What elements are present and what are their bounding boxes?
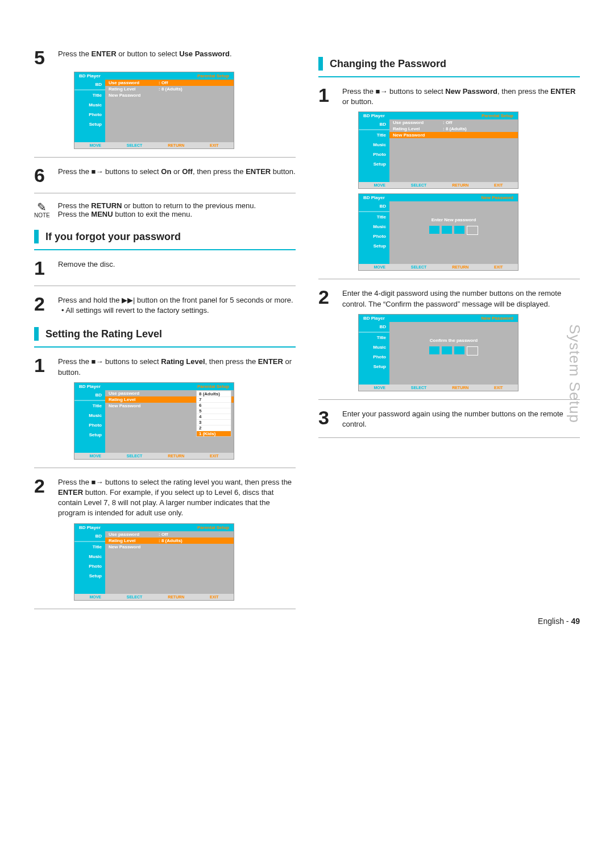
pencil-icon: ✎ (34, 201, 50, 213)
heading-bar-icon (34, 230, 39, 243)
change-step-1: 1 Press the ■→ buttons to select New Pas… (318, 85, 580, 107)
note-icon: ✎ NOTE (34, 201, 50, 218)
password-boxes (389, 226, 518, 235)
change-step-2: 2 Enter the 4-digit password using the n… (318, 287, 580, 309)
rating-step-1: 1 Press the ■→ buttons to select Rating … (34, 356, 296, 377)
heading-bar-icon (34, 327, 39, 341)
step-number: 5 (34, 48, 50, 67)
rating-dropdown: 8 (Adults) 7 6 5 4 3 2 1 (Kids) (196, 390, 231, 437)
right-column: Changing the Password 1 Press the ■→ but… (318, 46, 580, 617)
step-5: 5 Press the ENTER or button to select Us… (34, 48, 296, 67)
heading-rating-level: Setting the Rating Level (34, 327, 296, 341)
step-text: Press the ■→ buttons to select On or Off… (58, 166, 296, 185)
osd-new-password-row: BD PlayerParental Setup BD Title Music P… (358, 111, 518, 189)
change-step-3: 3 Enter your password again using the nu… (318, 408, 580, 429)
osd-rating-highlight: BD PlayerParental Setup BD Title Music P… (74, 523, 234, 601)
manual-page: System Setup 5 Press the ENTER or button… (0, 0, 614, 640)
stop-right-icon: ■→ (376, 87, 388, 96)
note-block: ✎ NOTE Press the RETURN or button to ret… (34, 201, 296, 218)
password-boxes (389, 346, 518, 356)
skip-icon: ▶▶| (122, 296, 135, 304)
osd-rating-dropdown: BD PlayerParental Setup BD Title Music P… (74, 382, 234, 460)
heading-bar-icon (318, 57, 323, 71)
heading-forgot-password: If you forgot your password (34, 230, 296, 243)
section-side-tab: System Setup (566, 324, 583, 423)
stop-right-icon: ■→ (92, 357, 103, 366)
stop-right-icon: ■→ (92, 167, 103, 176)
step-number: 6 (34, 166, 50, 185)
step-6: 6 Press the ■→ buttons to select On or O… (34, 166, 296, 185)
osd-parental-use-password: BD PlayerParental Setup BD Title Music P… (74, 72, 234, 149)
forgot-step-1: 1 Remove the disc. (34, 258, 296, 278)
heading-changing-password: Changing the Password (318, 57, 580, 71)
osd-enter-new-password: BD PlayerNew Password BD Title Music Pho… (358, 193, 518, 271)
forgot-step-2: 2 Press and hold the ▶▶| button on the f… (34, 294, 296, 316)
osd-confirm-password: BD PlayerNew Password BD Title Music Pho… (358, 314, 518, 391)
stop-right-icon: ■→ (92, 478, 103, 486)
step-text: Press the ENTER or button to select Use … (58, 48, 296, 67)
page-footer: English - 49 (538, 617, 580, 626)
left-column: 5 Press the ENTER or button to select Us… (34, 46, 296, 617)
rating-step-2: 2 Press the ■→ buttons to select the rat… (34, 476, 296, 519)
